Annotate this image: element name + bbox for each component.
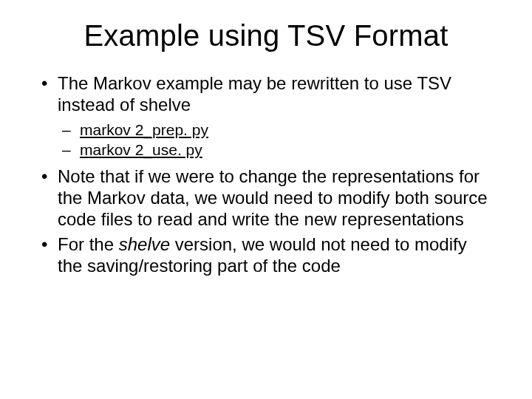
bullet-1-text: The Markov example may be rewritten to u… (58, 73, 451, 115)
sub-bullet-2: markov 2_use. py (58, 140, 495, 159)
bullet-3: For the shelve version, we would not nee… (37, 234, 495, 277)
bullet-2-text: Note that if we were to change the repre… (58, 166, 488, 229)
bullet-2: Note that if we were to change the repre… (37, 166, 495, 230)
bullet-list: The Markov example may be rewritten to u… (37, 73, 495, 277)
bullet-3-text-a: For the (58, 234, 119, 254)
slide: Example using TSV Format The Markov exam… (0, 0, 532, 399)
bullet-1: The Markov example may be rewritten to u… (37, 73, 495, 159)
slide-title: Example using TSV Format (37, 19, 495, 52)
bullet-3-italic: shelve (119, 234, 170, 254)
sub-bullet-1: markov 2_prep. py (58, 120, 495, 139)
link-prep[interactable]: markov 2_prep. py (80, 121, 208, 138)
sub-list: markov 2_prep. py markov 2_use. py (58, 120, 495, 159)
link-use[interactable]: markov 2_use. py (80, 141, 202, 158)
